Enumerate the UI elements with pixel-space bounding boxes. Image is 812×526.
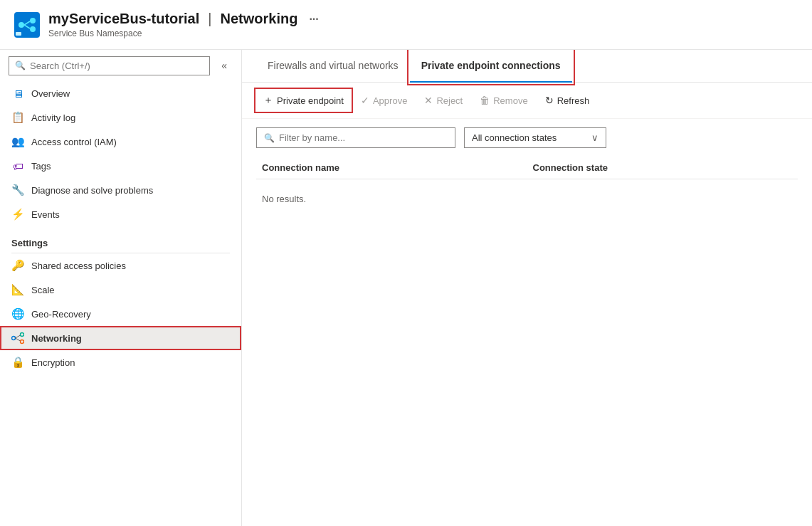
sidebar-item-overview[interactable]: 🖥 Overview: [0, 81, 241, 105]
tab-private-endpoints[interactable]: Private endpoint connections: [410, 50, 572, 83]
networking-icon: [11, 332, 24, 344]
sidebar-item-tags[interactable]: 🏷 Tags: [0, 154, 241, 178]
diagnose-icon: 🔧: [11, 184, 24, 196]
resource-name: myServiceBus-tutorial: [48, 11, 199, 27]
sidebar-item-label: Overview: [31, 88, 70, 99]
sidebar-item-scale[interactable]: 📐 Scale: [0, 278, 241, 302]
sidebar-item-geo-recovery[interactable]: 🌐 Geo-Recovery: [0, 302, 241, 326]
reject-button[interactable]: ✕ Reject: [417, 90, 470, 110]
remove-label: Remove: [493, 95, 527, 106]
svg-line-10: [16, 335, 21, 338]
sidebar-item-events[interactable]: ⚡ Events: [0, 202, 241, 226]
filter-box[interactable]: 🔍: [256, 127, 455, 148]
sidebar-item-label: Activity log: [31, 112, 75, 123]
geo-recovery-icon: 🌐: [11, 307, 24, 320]
refresh-icon: ↻: [545, 95, 554, 106]
encryption-icon: 🔒: [11, 356, 24, 369]
iam-icon: 👥: [11, 135, 24, 148]
content-area: Firewalls and virtual networks Private e…: [242, 50, 812, 526]
toolbar: ＋ Private endpoint ✓ Approve ✕ Reject 🗑 …: [242, 83, 812, 119]
tab-label: Private endpoint connections: [421, 60, 561, 71]
overview-icon: 🖥: [11, 87, 24, 100]
filter-input[interactable]: [279, 132, 448, 143]
svg-point-1: [19, 22, 24, 28]
sidebar-item-label: Events: [31, 209, 60, 220]
search-input[interactable]: [30, 61, 204, 71]
svg-point-9: [21, 340, 24, 344]
no-results-message: No results.: [256, 179, 798, 219]
sidebar-item-label: Scale: [31, 285, 55, 295]
sidebar-item-label: Geo-Recovery: [31, 309, 91, 320]
sidebar-item-label: Shared access policies: [31, 261, 126, 271]
tabs-bar: Firewalls and virtual networks Private e…: [242, 50, 812, 83]
settings-section-header: Settings: [0, 226, 241, 253]
filter-row: 🔍 All connection states ∨: [242, 119, 812, 157]
svg-rect-6: [16, 32, 21, 36]
search-icon: 🔍: [15, 61, 26, 70]
checkmark-icon: ✓: [361, 95, 369, 106]
sidebar-item-networking[interactable]: Networking: [0, 326, 241, 350]
dropdown-label: All connection states: [472, 132, 557, 143]
connection-state-dropdown[interactable]: All connection states ∨: [464, 127, 606, 148]
tags-icon: 🏷: [11, 159, 24, 172]
sidebar-item-label: Networking: [31, 333, 82, 344]
sidebar: 🔍 « 🖥 Overview 📋 Activity log 👥 Access c…: [0, 50, 242, 526]
page-header: myServiceBus-tutorial | Networking ··· S…: [0, 0, 812, 50]
header-text-block: myServiceBus-tutorial | Networking ··· S…: [48, 11, 319, 38]
chevron-down-icon: ∨: [591, 132, 599, 143]
refresh-label: Refresh: [557, 95, 590, 106]
svg-point-8: [21, 333, 24, 337]
sidebar-item-label: Access control (IAM): [31, 137, 117, 147]
plus-icon: ＋: [263, 94, 273, 107]
header-title-row: myServiceBus-tutorial | Networking ···: [48, 11, 319, 27]
sidebar-search-box[interactable]: 🔍: [9, 56, 210, 75]
add-private-endpoint-button[interactable]: ＋ Private endpoint: [256, 90, 351, 111]
activity-log-icon: 📋: [11, 111, 24, 124]
sidebar-item-activity-log[interactable]: 📋 Activity log: [0, 105, 241, 130]
add-label: Private endpoint: [277, 95, 344, 106]
svg-point-3: [30, 26, 36, 32]
sidebar-item-access-control[interactable]: 👥 Access control (IAM): [0, 130, 241, 154]
refresh-button[interactable]: ↻ Refresh: [538, 90, 597, 110]
header-subtitle: Service Bus Namespace: [48, 28, 319, 38]
sidebar-item-label: Encryption: [31, 357, 75, 368]
filter-search-icon: 🔍: [264, 133, 275, 143]
table-header: Connection name Connection state: [256, 157, 798, 179]
sidebar-navigation: 🖥 Overview 📋 Activity log 👥 Access contr…: [0, 81, 241, 526]
sidebar-item-label: Tags: [31, 161, 51, 172]
tab-label: Firewalls and virtual networks: [268, 60, 399, 71]
sidebar-item-encryption[interactable]: 🔒 Encryption: [0, 350, 241, 374]
collapse-button[interactable]: «: [216, 56, 233, 75]
results-table: Connection name Connection state No resu…: [242, 157, 812, 219]
events-icon: ⚡: [11, 208, 24, 221]
svg-point-2: [30, 18, 36, 23]
scale-icon: 📐: [11, 283, 24, 296]
tab-firewalls[interactable]: Firewalls and virtual networks: [256, 50, 410, 83]
sidebar-item-label: Diagnose and solve problems: [31, 185, 153, 196]
approve-label: Approve: [373, 95, 407, 106]
svg-point-7: [12, 337, 16, 340]
trash-icon: 🗑: [480, 95, 490, 106]
shared-access-icon: 🔑: [11, 259, 24, 272]
page-name: Networking: [221, 11, 298, 27]
main-layout: 🔍 « 🖥 Overview 📋 Activity log 👥 Access c…: [0, 50, 812, 526]
reject-label: Reject: [436, 95, 463, 106]
header-separator: |: [208, 11, 211, 27]
sidebar-item-shared-access[interactable]: 🔑 Shared access policies: [0, 253, 241, 278]
service-bus-icon: [14, 12, 40, 38]
remove-button[interactable]: 🗑 Remove: [473, 90, 534, 110]
svg-line-11: [16, 338, 21, 341]
header-menu-dots[interactable]: ···: [309, 13, 318, 26]
approve-button[interactable]: ✓ Approve: [354, 90, 414, 110]
sidebar-item-diagnose[interactable]: 🔧 Diagnose and solve problems: [0, 178, 241, 202]
column-header-state: Connection state: [527, 162, 798, 173]
column-header-name: Connection name: [256, 162, 527, 173]
x-icon: ✕: [424, 95, 433, 106]
